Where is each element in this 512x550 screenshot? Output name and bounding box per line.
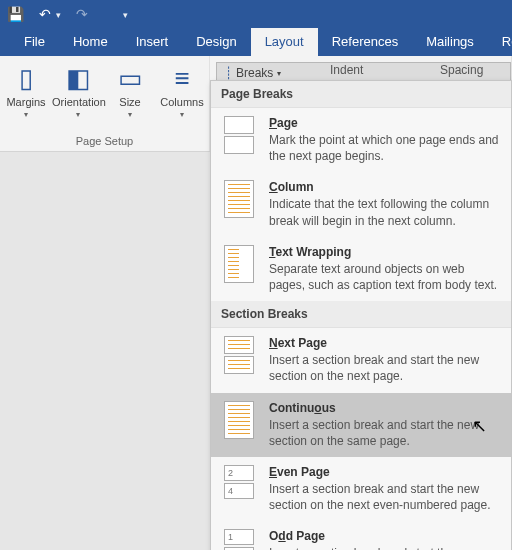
- break-odd-page[interactable]: 1 3 Odd Page Insert a section break and …: [211, 521, 511, 550]
- column-break-icon: [221, 180, 257, 220]
- orientation-label: Orientation: [52, 96, 104, 108]
- undo-icon: ↶: [36, 6, 54, 22]
- break-odd-page-desc: Insert a section break and start the new…: [269, 545, 501, 550]
- tab-mailings[interactable]: Mailings: [412, 28, 488, 56]
- spacing-label: Spacing: [440, 63, 483, 77]
- page-breaks-header: Page Breaks: [211, 81, 511, 108]
- chevron-down-icon: ▾: [156, 110, 208, 119]
- group-page-setup: ▯ Margins ▾ ◧ Orientation ▾ ▭ Size ▾ ≡ C…: [0, 56, 210, 151]
- text-wrapping-icon: [221, 245, 257, 285]
- break-odd-page-title: Odd Page: [269, 529, 501, 543]
- break-even-page-desc: Insert a section break and start the new…: [269, 481, 501, 513]
- chevron-down-icon: ▾: [277, 69, 281, 78]
- tab-references[interactable]: References: [318, 28, 412, 56]
- margins-label: Margins: [0, 96, 52, 108]
- quick-access-toolbar: 💾 ↶ ▾ ↷ ▾: [0, 0, 512, 28]
- redo-icon[interactable]: ↷: [73, 6, 91, 22]
- break-column-desc: Indicate that the text following the col…: [269, 196, 501, 228]
- next-page-icon: [221, 336, 257, 376]
- page-setup-group-label: Page Setup: [0, 135, 209, 147]
- break-next-page[interactable]: Next Page Insert a section break and sta…: [211, 328, 511, 392]
- indent-label: Indent: [330, 63, 363, 77]
- break-text-wrapping[interactable]: Text Wrapping Separate text around objec…: [211, 237, 511, 301]
- margins-button[interactable]: ▯ Margins ▾: [0, 60, 52, 119]
- breaks-dropdown: Page Breaks Page Mark the point at which…: [210, 80, 512, 550]
- tab-home[interactable]: Home: [59, 28, 122, 56]
- chevron-down-icon: ▾: [0, 110, 52, 119]
- break-even-page[interactable]: 2 4 Even Page Insert a section break and…: [211, 457, 511, 521]
- save-icon[interactable]: 💾: [6, 6, 24, 22]
- chevron-down-icon: ▾: [104, 110, 156, 119]
- page-break-icon: [221, 116, 257, 156]
- columns-icon: ≡: [156, 60, 208, 96]
- size-button[interactable]: ▭ Size ▾: [104, 60, 156, 119]
- breaks-label: Breaks: [236, 66, 273, 80]
- orientation-icon: ◧: [52, 60, 104, 96]
- tab-file[interactable]: File: [10, 28, 59, 56]
- break-continuous-title: Continuous: [269, 401, 501, 415]
- break-continuous-desc: Insert a section break and start the new…: [269, 417, 501, 449]
- break-even-page-title: Even Page: [269, 465, 501, 479]
- chevron-down-icon: ▾: [52, 110, 104, 119]
- columns-label: Columns: [156, 96, 208, 108]
- columns-button[interactable]: ≡ Columns ▾: [156, 60, 208, 119]
- tab-review[interactable]: Revie: [488, 28, 512, 56]
- continuous-icon: [221, 401, 257, 441]
- ribbon-tabs: File Home Insert Design Layout Reference…: [0, 28, 512, 56]
- break-column-title: Column: [269, 180, 501, 194]
- break-next-page-title: Next Page: [269, 336, 501, 350]
- break-column[interactable]: Column Indicate that the text following …: [211, 172, 511, 236]
- tab-layout[interactable]: Layout: [251, 28, 318, 56]
- break-text-wrapping-desc: Separate text around objects on web page…: [269, 261, 501, 293]
- section-breaks-header: Section Breaks: [211, 301, 511, 328]
- odd-page-icon: 1 3: [221, 529, 257, 550]
- undo-group[interactable]: ↶ ▾: [36, 6, 61, 22]
- qat-customize-icon[interactable]: ▾: [123, 10, 128, 20]
- breaks-icon: ┊: [225, 66, 232, 80]
- orientation-button[interactable]: ◧ Orientation ▾: [52, 60, 104, 119]
- size-icon: ▭: [104, 60, 156, 96]
- margins-icon: ▯: [0, 60, 52, 96]
- tab-design[interactable]: Design: [182, 28, 250, 56]
- break-page-desc: Mark the point at which one page ends an…: [269, 132, 501, 164]
- break-continuous[interactable]: Continuous Insert a section break and st…: [211, 393, 511, 457]
- break-page[interactable]: Page Mark the point at which one page en…: [211, 108, 511, 172]
- break-text-wrapping-title: Text Wrapping: [269, 245, 501, 259]
- break-page-title: Page: [269, 116, 501, 130]
- chevron-down-icon: ▾: [56, 10, 61, 20]
- tab-insert[interactable]: Insert: [122, 28, 183, 56]
- size-label: Size: [104, 96, 156, 108]
- break-next-page-desc: Insert a section break and start the new…: [269, 352, 501, 384]
- even-page-icon: 2 4: [221, 465, 257, 505]
